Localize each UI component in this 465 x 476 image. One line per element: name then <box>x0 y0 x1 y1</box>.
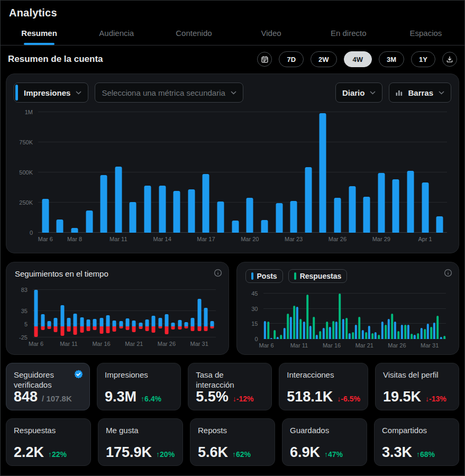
stat-label: Reposts <box>198 425 267 435</box>
stat-delta: ↑62% <box>232 450 251 459</box>
impresiones-bar <box>422 182 428 233</box>
stat-card-visitas-del-perfil[interactable]: Visitas del perfil19.5K↓-13% <box>375 363 459 410</box>
interval-label: Diario <box>342 88 365 97</box>
primary-metric-dropdown[interactable]: Impresiones <box>14 83 88 103</box>
x-tick-label: Mar 16 <box>323 342 341 349</box>
followers-card-title: Seguimientos en el tiempo <box>15 269 220 278</box>
legend-chip-posts[interactable]: Posts <box>245 269 283 283</box>
seguimientos-bar <box>145 326 149 331</box>
legend-chip-respuestas[interactable]: Respuestas <box>288 269 348 283</box>
stat-value: 848 <box>14 390 38 404</box>
posts-respuestas-bar <box>381 322 384 339</box>
stat-value-row: 518.1K↓-6.5% <box>287 390 360 404</box>
impresiones-bar <box>130 202 136 233</box>
impresiones-bar <box>378 173 385 233</box>
seguimientos-bar <box>165 326 168 334</box>
seguimientos-bar <box>139 326 142 329</box>
y-tick-label: 30 <box>251 306 258 312</box>
seguimientos-bar <box>93 319 97 326</box>
seguimientos-plot <box>33 290 216 337</box>
stat-value-row: 848/ 107.8K <box>14 390 82 404</box>
stat-card-guardados[interactable]: Guardados6.9K↑47% <box>282 418 367 466</box>
posts-respuestas-bar <box>342 319 344 339</box>
stat-value: 518.1K <box>287 390 333 404</box>
range-2w[interactable]: 2W <box>311 51 337 67</box>
posts-respuestas-bar <box>339 294 341 339</box>
seguimientos-bar <box>125 326 129 330</box>
posts-respuestas-bar <box>293 306 295 339</box>
stats-row-2: Respuestas2.2K↑22%Me gusta175.9K↑20%Repo… <box>6 418 459 466</box>
stat-card-respuestas[interactable]: Respuestas2.2K↑22% <box>6 418 91 466</box>
range-3m[interactable]: 3M <box>379 51 404 67</box>
stat-card-seguidores-verificados[interactable]: Seguidores verificados848/ 107.8K <box>6 363 90 410</box>
info-button[interactable] <box>214 269 222 277</box>
info-button[interactable] <box>444 269 452 277</box>
x-tick-label: Mar 21 <box>355 342 373 349</box>
legend-marker <box>251 272 253 280</box>
stat-card-compartidos[interactable]: Compartidos3.3K↑68% <box>374 418 459 466</box>
posts-respuestas-bar <box>320 331 322 339</box>
tab-espacios[interactable]: Espacios <box>387 21 464 45</box>
secondary-metric-placeholder: Selecciona una métrica secundaria <box>102 88 225 97</box>
seguimientos-bar <box>191 326 195 331</box>
posts-respuestas-bar <box>407 325 409 339</box>
stat-delta: ↑6.4% <box>141 395 161 403</box>
gridline <box>38 142 447 142</box>
chevron-down-icon <box>370 91 376 95</box>
posts-respuestas-bar <box>316 335 318 339</box>
tab-label: Audiencia <box>99 29 134 38</box>
x-tick-label: Mar 23 <box>285 236 303 242</box>
stat-value-row: 5.5%↓-12% <box>196 390 264 404</box>
stat-card-me-gusta[interactable]: Me gusta175.9K↑20% <box>98 418 183 466</box>
posts-respuestas-bar <box>362 330 364 339</box>
range-4w[interactable]: 4W <box>344 51 372 67</box>
seguimientos-bar <box>197 326 201 331</box>
secondary-metric-dropdown[interactable]: Selecciona una métrica secundaria <box>95 83 243 103</box>
tab-audiencia[interactable]: Audiencia <box>78 21 155 45</box>
stat-card-interacciones[interactable]: Interacciones518.1K↓-6.5% <box>279 363 368 410</box>
tab-video[interactable]: Video <box>233 21 310 45</box>
tab-resumen[interactable]: Resumen <box>1 21 78 45</box>
impresiones-bar <box>115 167 122 233</box>
x-tick-label: Mar 6 <box>38 236 53 242</box>
stat-delta: ↓-13% <box>425 395 446 403</box>
impresiones-bar <box>203 174 209 233</box>
y-tick-label: 15 <box>251 321 258 327</box>
stats-row-1: Seguidores verificados848/ 107.8KImpresi… <box>6 363 459 410</box>
tab-en-directo[interactable]: En directo <box>310 21 387 45</box>
stat-card-reposts[interactable]: Reposts5.6K↑62% <box>190 418 275 466</box>
impresiones-plot <box>38 112 447 233</box>
posts-respuestas-bar <box>355 325 357 339</box>
interval-dropdown[interactable]: Diario <box>335 83 383 103</box>
tab-label: En directo <box>331 29 367 38</box>
range-7d[interactable]: 7D <box>279 51 304 67</box>
stat-label: Visitas del perfil <box>383 370 451 380</box>
stat-value: 2.2K <box>14 445 44 460</box>
stat-card-tasa-de-interacción[interactable]: Tasa de interacción5.5%↓-12% <box>188 363 272 410</box>
posts-respuestas-bar <box>365 332 367 339</box>
tab-contenido[interactable]: Contenido <box>155 21 232 45</box>
stat-card-impresiones[interactable]: Impresiones9.3M↑6.4% <box>97 363 181 410</box>
posts-respuestas-bar <box>300 319 302 339</box>
stat-label: Guardados <box>290 425 359 435</box>
x-tick-label: Mar 26 <box>158 341 176 347</box>
gridline <box>38 202 447 203</box>
posts-respuestas-bar <box>349 333 351 339</box>
posts-respuestas-bar <box>421 328 423 339</box>
posts-respuestas-bar <box>437 316 439 339</box>
y-tick-label: 250K <box>19 199 33 206</box>
posts-respuestas-bar <box>433 323 435 339</box>
download-button[interactable] <box>442 52 457 67</box>
seguimientos-bar <box>171 323 175 327</box>
impresiones-bar <box>86 210 93 233</box>
seguimientos-bar <box>204 326 207 331</box>
range-1y[interactable]: 1Y <box>411 51 435 67</box>
impresiones-bar <box>276 203 282 233</box>
metric-accent-bar <box>15 85 18 100</box>
chart-style-dropdown[interactable]: Barras <box>389 83 451 103</box>
seguimientos-bar <box>41 326 44 330</box>
stat-delta: ↑20% <box>156 450 175 459</box>
verified-badge-icon <box>74 369 84 381</box>
x-tick-label: Mar 29 <box>372 236 390 242</box>
calendar-button[interactable] <box>257 52 272 67</box>
